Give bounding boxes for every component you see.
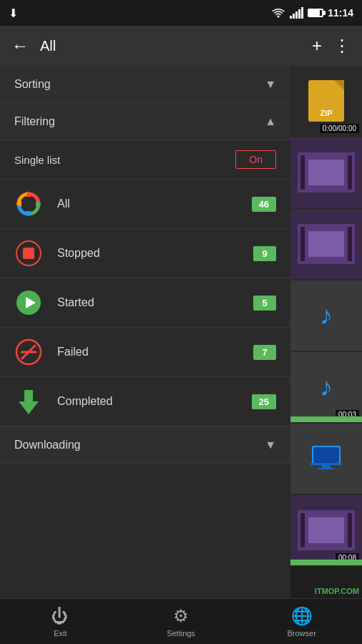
film-strip-icon-1 — [298, 152, 355, 192]
settings-label: Settings — [167, 629, 195, 638]
completed-icon — [14, 387, 43, 416]
thumb-item-music-2: ♪ 00:03 — [290, 352, 362, 424]
thumb-item-film-2 — [290, 209, 362, 280]
svg-marker-12 — [19, 390, 39, 414]
filter-completed-label: Completed — [57, 395, 238, 408]
started-icon — [14, 288, 43, 317]
exit-icon: ⏻ — [52, 606, 69, 626]
film-strip-icon-3 — [298, 510, 355, 550]
svg-rect-16 — [318, 468, 335, 469]
failed-icon — [14, 338, 43, 366]
nav-exit[interactable]: ⏻ Exit — [0, 606, 121, 638]
left-panel: Sorting ▼ Filtering ▲ Single list On — [0, 66, 290, 598]
film-strip-icon-2 — [298, 224, 355, 264]
sorting-label: Sorting — [14, 78, 51, 91]
svg-rect-17 — [313, 447, 339, 463]
download-indicator-icon: ⬇ — [9, 6, 18, 20]
green-bar-2 — [290, 560, 362, 565]
svg-rect-6 — [23, 248, 34, 259]
sorting-chevron-icon: ▼ — [265, 78, 276, 91]
thumb-item-zip: ZIP 0:00/00:00 — [290, 66, 362, 137]
filter-item-failed[interactable]: Failed 7 — [0, 328, 290, 377]
settings-icon: ⚙ — [173, 606, 189, 626]
sorting-header[interactable]: Sorting ▼ — [0, 66, 290, 103]
status-right: 11:14 — [271, 7, 353, 19]
filter-failed-label: Failed — [57, 346, 239, 358]
filtering-header[interactable]: Filtering ▲ — [0, 103, 290, 140]
green-bar-1 — [290, 416, 362, 422]
stopped-icon — [14, 239, 43, 268]
filtering-label: Filtering — [14, 115, 55, 128]
svg-rect-15 — [322, 465, 331, 468]
filter-started-label: Started — [57, 296, 239, 309]
filter-all-label: All — [57, 197, 238, 210]
single-list-toggle[interactable]: On — [235, 150, 276, 169]
all-icon — [14, 190, 43, 218]
right-panel: ZIP 0:00/00:00 ♪ ♪ 00:03 — [290, 66, 362, 598]
thumb-item-music-1: ♪ — [290, 280, 362, 352]
downloading-label: Downloading — [14, 439, 81, 452]
filter-item-stopped[interactable]: Stopped 9 — [0, 229, 290, 278]
content-area: Sorting ▼ Filtering ▲ Single list On — [0, 66, 362, 598]
thumb-item-film-3: 00:08 — [290, 495, 362, 567]
watermark: ITMOP.COM — [315, 587, 359, 595]
downloading-chevron-icon: ▼ — [265, 439, 276, 452]
browser-icon: 🌐 — [291, 606, 313, 626]
back-button[interactable]: ← — [11, 36, 29, 56]
single-list-label: Single list — [14, 154, 60, 166]
page-title: All — [40, 38, 300, 54]
filter-stopped-label: Stopped — [57, 247, 239, 260]
filter-item-all[interactable]: All 46 — [0, 180, 290, 229]
nav-settings[interactable]: ⚙ Settings — [121, 606, 242, 638]
browser-label: Browser — [288, 629, 316, 638]
nav-browser[interactable]: 🌐 Browser — [241, 606, 362, 638]
status-left: ⬇ — [9, 6, 21, 20]
battery-icon — [308, 9, 323, 17]
more-menu-button[interactable]: ⋮ — [333, 36, 351, 56]
music-note-icon-1: ♪ — [320, 301, 333, 331]
bottom-nav: ⏻ Exit ⚙ Settings 🌐 Browser — [0, 598, 362, 644]
single-list-row: Single list On — [0, 140, 290, 180]
filter-completed-count: 25 — [252, 394, 276, 409]
app-bar: ← All + ⋮ — [0, 26, 362, 66]
wifi-icon — [271, 7, 285, 19]
add-button[interactable]: + — [312, 36, 322, 56]
monitor-icon — [310, 444, 342, 473]
time-display: 11:14 — [328, 7, 353, 19]
filter-started-count: 5 — [253, 296, 276, 311]
filter-failed-count: 7 — [253, 345, 276, 360]
exit-label: Exit — [54, 629, 67, 638]
filter-item-started[interactable]: Started 5 — [0, 278, 290, 328]
filter-all-count: 46 — [252, 197, 276, 212]
filtering-chevron-icon: ▲ — [265, 115, 276, 128]
thumb-item-film-1 — [290, 137, 362, 209]
svg-point-0 — [278, 16, 280, 18]
status-bar: ⬇ 11:14 — [0, 0, 362, 26]
signal-icon — [290, 7, 303, 19]
thumb-item-monitor — [290, 424, 362, 495]
thumb-time-1: 0:00/00:00 — [320, 124, 359, 133]
filter-item-completed[interactable]: Completed 25 — [0, 377, 290, 426]
music-note-icon-2: ♪ — [320, 372, 333, 402]
svg-rect-14 — [310, 463, 342, 465]
filter-stopped-count: 9 — [253, 246, 276, 261]
downloading-header[interactable]: Downloading ▼ — [0, 426, 290, 464]
